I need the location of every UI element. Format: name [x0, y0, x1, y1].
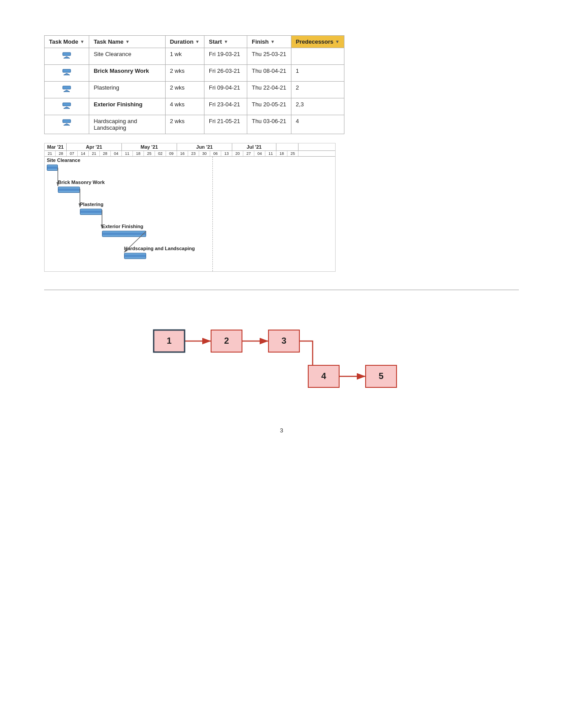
gantt-week-cell: 23 [188, 151, 199, 156]
th-task-mode-label: Task Mode [49, 38, 78, 45]
start-cell: Fri 26-03-21 [204, 65, 247, 82]
task-name-cell: Exterior Finishing [89, 98, 166, 115]
task-name-cell: Plastering [89, 82, 166, 98]
predecessors-cell: 2 [291, 82, 344, 98]
gantt-task-row: Plastering [45, 201, 335, 223]
gantt-week-cell: 28 [56, 151, 67, 156]
gantt-week-cell: 20 [232, 151, 243, 156]
th-start: Start ▼ [204, 36, 247, 48]
gantt-month-cell: May '21 [122, 143, 177, 150]
gantt-body: Site ClearanceBrick Masonry WorkPlasteri… [45, 157, 335, 271]
gantt-task-label: Brick Masonry Work [58, 180, 105, 185]
finish-cell: Thu 22-04-21 [247, 82, 291, 98]
gantt-month-cell: Mar '21 [45, 143, 67, 150]
network-section: 12345 [44, 289, 519, 401]
gantt-week-cell: 25 [144, 151, 155, 156]
gantt-today-line [212, 157, 213, 271]
start-cell: Fri 19-03-21 [204, 48, 247, 65]
start-cell: Fri 21-05-21 [204, 115, 247, 134]
task-mode-cell [45, 48, 89, 65]
start-cell: Fri 23-04-21 [204, 98, 247, 115]
svg-marker-3 [64, 73, 70, 75]
gantt-bar [80, 209, 102, 215]
gantt-week-cell: 30 [199, 151, 210, 156]
th-task-name-label: Task Name [94, 38, 124, 45]
finish-cell: Thu 20-05-21 [247, 98, 291, 115]
gantt-bar [102, 231, 146, 237]
table-body: Site Clearance1 wkFri 19-03-21Thu 25-03-… [45, 48, 344, 134]
gantt-week-cell: 02 [155, 151, 166, 156]
gantt-task-label: Hardscaping and Landscaping [124, 246, 195, 251]
gantt-week-cell: 11 [265, 151, 276, 156]
gantt-week-cell: 13 [221, 151, 232, 156]
gantt-week-subheader: 2128071421280411182502091623300613202704… [45, 151, 335, 157]
gantt-week-cell: 16 [177, 151, 188, 156]
gantt-week-cell: 28 [100, 151, 111, 156]
task-mode-cell [45, 98, 89, 115]
sort-arrow-duration[interactable]: ▼ [195, 39, 200, 44]
duration-cell: 1 wk [165, 48, 204, 65]
task-name-cell: Site Clearance [89, 48, 166, 65]
predecessors-cell [291, 48, 344, 65]
table-row: Hardscaping and Landscaping2 wksFri 21-0… [45, 115, 344, 134]
gantt-task-row: Site Clearance [45, 157, 335, 179]
svg-rect-0 [63, 53, 71, 56]
gantt-week-cell: 25 [287, 151, 299, 156]
sort-arrow-task-name[interactable]: ▼ [125, 39, 130, 44]
task-mode-icon [62, 68, 72, 79]
gantt-bar [47, 165, 58, 171]
predecessors-cell: 4 [291, 115, 344, 134]
gantt-bar [124, 253, 146, 259]
sort-arrow-finish[interactable]: ▼ [270, 39, 275, 44]
predecessors-cell: 2,3 [291, 98, 344, 115]
sort-arrow-task-mode[interactable]: ▼ [80, 39, 84, 44]
th-task-name: Task Name ▼ [89, 36, 166, 48]
svg-rect-8 [63, 120, 71, 123]
gantt-week-cell: 18 [133, 151, 144, 156]
start-cell: Fri 09-04-21 [204, 82, 247, 98]
network-node-label: 1 [166, 336, 171, 345]
th-start-label: Start [209, 38, 222, 45]
th-finish: Finish ▼ [247, 36, 291, 48]
svg-marker-5 [64, 90, 70, 92]
gantt-task-row: Exterior Finishing [45, 223, 335, 245]
task-mode-icon [62, 84, 72, 95]
task-mode-cell [45, 65, 89, 82]
sort-arrow-start[interactable]: ▼ [224, 39, 228, 44]
task-mode-cell [45, 82, 89, 98]
finish-cell: Thu 03-06-21 [247, 115, 291, 134]
gantt-week-cell: 07 [67, 151, 78, 156]
task-mode-cell [45, 115, 89, 134]
gantt-month-header: Mar '21Apr '21May '21Jun '21Jul '21 [45, 143, 335, 151]
th-predecessors: Predecessors ▼ [291, 36, 344, 48]
th-duration-label: Duration [170, 38, 193, 45]
gantt-chart-container: Mar '21Apr '21May '21Jun '21Jul '21 2128… [44, 143, 336, 272]
sort-arrow-predecessors[interactable]: ▼ [335, 39, 340, 44]
page-number: 3 [44, 427, 519, 434]
gantt-week-cell: 21 [45, 151, 56, 156]
svg-marker-7 [64, 107, 70, 109]
th-duration: Duration ▼ [165, 36, 204, 48]
svg-marker-1 [64, 56, 70, 58]
gantt-task-label: Plastering [80, 202, 103, 207]
finish-cell: Thu 25-03-21 [247, 48, 291, 65]
page-wrapper: Task Mode ▼ Task Name ▼ Duration ▼ [0, 0, 563, 469]
svg-marker-9 [64, 124, 70, 125]
gantt-month-cell: Jun '21 [177, 143, 232, 150]
gantt-week-cell: 18 [276, 151, 287, 156]
table-row: Exterior Finishing4 wksFri 23-04-21Thu 2… [45, 98, 344, 115]
gantt-week-cell: 04 [111, 151, 122, 156]
gantt-week-cell: 27 [243, 151, 254, 156]
task-mode-icon [62, 51, 72, 62]
gantt-bar [58, 187, 80, 193]
gantt-task-label: Site Clearance [47, 158, 80, 163]
duration-cell: 2 wks [165, 65, 204, 82]
gantt-task-row: Brick Masonry Work [45, 179, 335, 201]
page-number-value: 3 [280, 427, 283, 434]
task-name-cell: Brick Masonry Work [89, 65, 166, 82]
task-name-cell: Hardscaping and Landscaping [89, 115, 166, 134]
network-diagram: 12345 [140, 304, 423, 401]
gantt-week-cell: 09 [166, 151, 177, 156]
network-node-label: 2 [224, 336, 229, 345]
gantt-table: Task Mode ▼ Task Name ▼ Duration ▼ [44, 35, 344, 134]
